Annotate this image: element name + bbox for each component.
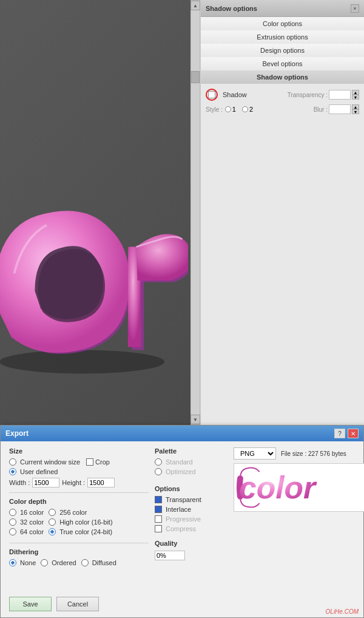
width-label: Width : [9, 479, 30, 486]
opt-interlace-checkbox[interactable] [155, 506, 162, 513]
style-2-radio[interactable] [242, 106, 248, 112]
palette-optimized-label: Optimized [166, 468, 196, 475]
color-64-row: 64 color [9, 528, 44, 535]
dither-ordered-label: Ordered [52, 559, 76, 566]
transparency-down[interactable]: ▼ [352, 95, 359, 100]
dither-none-row: None [9, 559, 36, 566]
crop-checkbox[interactable] [86, 458, 93, 466]
color-high-label: High color (16-bit) [59, 518, 112, 526]
preview-svg: color [234, 463, 364, 512]
opt-compress-label: Compress [166, 525, 196, 532]
opt-compress-checkbox[interactable] [155, 525, 162, 532]
opt-transparent-checkbox[interactable] [155, 496, 162, 503]
blur-label: Blur : [314, 106, 328, 113]
dialog-body: Size Current window size Crop User defin… [1, 441, 363, 575]
blur-up[interactable]: ▲ [352, 104, 359, 109]
menu-item-bevel[interactable]: Bevel options [201, 57, 364, 70]
format-row: PNG JPEG BMP GIF File size : 227 576 byt… [234, 447, 355, 460]
dialog-close-button[interactable]: ✕ [348, 429, 359, 438]
scroll-up-arrow[interactable]: ▲ [190, 1, 200, 10]
color-32-label: 32 color [20, 518, 44, 526]
opt-interlace-row: Interlace [155, 506, 228, 513]
quality-input[interactable] [155, 551, 185, 560]
transparency-up[interactable]: ▲ [352, 90, 359, 95]
svg-text:color: color [239, 470, 317, 505]
scroll-down-arrow[interactable]: ▼ [190, 415, 200, 424]
style-1-label: 1 [232, 106, 236, 113]
color-32-radio[interactable] [9, 518, 16, 526]
dithering-title: Dithering [9, 548, 149, 555]
format-select[interactable]: PNG JPEG BMP GIF [234, 447, 276, 460]
dialog-left-column: Size Current window size Crop User defin… [9, 447, 149, 569]
scroll-thumb[interactable] [191, 71, 200, 83]
canvas-vertical-scrollbar[interactable]: ▲ ▼ [190, 0, 200, 425]
opt-compress-row: Compress [155, 525, 228, 532]
divider-1 [9, 492, 149, 493]
width-input[interactable] [32, 478, 59, 487]
menu-item-design[interactable]: Design options [201, 44, 364, 57]
opt-transparent-row: Transparent [155, 496, 228, 503]
color-64-label: 64 color [20, 528, 44, 535]
color-256-row: 256 color [49, 509, 112, 516]
color-16-radio[interactable] [9, 509, 16, 516]
palette-optimized-radio[interactable] [155, 468, 162, 475]
blur-input[interactable] [329, 104, 351, 114]
opt-interlace-label: Interlace [166, 506, 191, 513]
shadow-checkbox[interactable] [208, 91, 215, 98]
height-input[interactable] [87, 478, 115, 487]
palette-standard-radio[interactable] [155, 458, 162, 466]
cancel-button[interactable]: Cancel [56, 597, 99, 611]
size-section-title: Size [9, 447, 149, 455]
dialog-title: Export [5, 429, 29, 438]
panel-title-bar: Shadow options × [201, 0, 364, 17]
transparency-input[interactable] [329, 90, 351, 100]
color-high-row: High color (16-bit) [49, 518, 112, 526]
dialog-help-button[interactable]: ? [334, 429, 345, 438]
crop-checkbox-group: Crop [86, 458, 110, 466]
user-defined-radio[interactable] [9, 468, 16, 475]
color-256-radio[interactable] [49, 509, 56, 516]
menu-item-color[interactable]: Color options [201, 17, 364, 30]
palette-standard-row: Standard [155, 458, 228, 466]
style-1-radio[interactable] [225, 106, 231, 112]
crop-label: Crop [95, 458, 110, 466]
canvas-area [0, 0, 200, 425]
style-2-option[interactable]: 2 [242, 106, 253, 113]
color-true-radio[interactable] [49, 528, 56, 535]
3d-text-canvas [0, 182, 188, 376]
dither-ordered-row: Ordered [41, 559, 76, 566]
menu-item-shadow[interactable]: Shadow options [201, 70, 364, 84]
current-window-label: Current window size [20, 458, 80, 466]
opt-transparent-label: Transparent [166, 496, 201, 503]
dither-none-radio[interactable] [9, 559, 16, 566]
menu-item-extrusion[interactable]: Extrusion options [201, 30, 364, 44]
blur-down[interactable]: ▼ [352, 109, 359, 114]
size-inputs-row: Width : Height : [9, 478, 149, 487]
color-64-radio[interactable] [9, 528, 16, 535]
dither-ordered-radio[interactable] [41, 559, 48, 566]
shadow-checkbox-circle [206, 89, 218, 101]
dither-diffused-radio[interactable] [81, 559, 89, 566]
transparency-spinners: ▲ ▼ [352, 90, 359, 100]
shadow-row: Shadow Transparency : ▲ ▼ [206, 89, 359, 101]
save-button[interactable]: Save [9, 597, 52, 611]
style-2-label: 2 [249, 106, 253, 113]
export-dialog: Export ? ✕ Size Current window size Crop… [0, 425, 364, 618]
color-depth-title: Color depth [9, 498, 149, 505]
palette-title: Palette [155, 447, 228, 455]
shadow-label: Shadow [223, 91, 247, 98]
current-window-radio[interactable] [9, 458, 16, 466]
style-radio-group: 1 2 [225, 106, 253, 113]
style-1-option[interactable]: 1 [225, 106, 236, 113]
dither-diffused-row: Diffused [81, 559, 116, 566]
right-options-panel: Shadow options × Color options Extrusion… [200, 0, 364, 425]
color-high-radio[interactable] [49, 518, 56, 526]
opt-progressive-checkbox[interactable] [155, 515, 162, 523]
shadow-options-content: Shadow Transparency : ▲ ▼ Style : 1 [201, 84, 364, 119]
divider-2 [9, 543, 149, 543]
panel-close-button[interactable]: × [351, 4, 359, 13]
opt-progressive-row: Progressive [155, 515, 228, 523]
opt-progressive-label: Progressive [166, 515, 201, 523]
options-title: Options [155, 485, 228, 492]
dither-diffused-label: Diffused [92, 559, 116, 566]
